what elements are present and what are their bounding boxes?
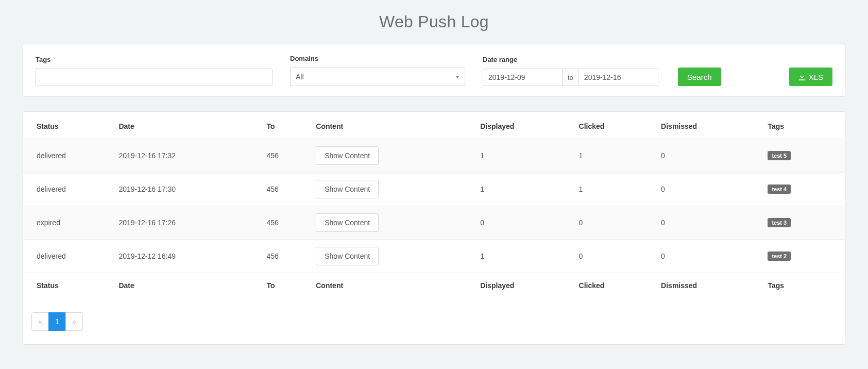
show-content-button[interactable]: Show Content [316,146,379,165]
tags-input[interactable] [36,69,273,86]
download-icon [798,73,806,80]
cell-content: Show Content [311,173,475,206]
table-row: delivered2019-12-16 17:32456Show Content… [23,139,845,173]
page-title: Web Push Log [23,12,845,31]
cell-clicked: 1 [574,173,656,206]
cell-clicked: 0 [574,206,656,240]
tf-date: Date [113,273,261,297]
cell-tags: test 3 [762,206,845,240]
cell-clicked: 1 [574,139,656,173]
table-row: delivered2019-12-12 16:49456Show Content… [23,240,845,273]
cell-to: 456 [262,173,311,206]
cell-content: Show Content [311,139,475,173]
cell-content: Show Content [311,206,475,240]
cell-to: 456 [262,206,311,240]
cell-date: 2019-12-16 17:30 [113,173,261,206]
filter-domains: Domains All [290,55,465,86]
th-date: Date [113,112,261,139]
th-clicked: Clicked [574,112,656,139]
tag-badge: test 2 [768,251,791,261]
page-1[interactable]: 1 [48,312,66,331]
search-button-label: Search [687,73,712,81]
tf-tags: Tags [762,273,845,297]
th-tags: Tags [762,112,845,139]
cell-clicked: 0 [574,240,656,273]
cell-dismissed: 0 [656,173,762,206]
log-table: Status Date To Content Displayed Clicked… [23,112,845,297]
tf-dismissed: Dismissed [656,273,762,297]
tf-content: Content [311,273,475,297]
tf-status: Status [23,273,113,297]
xls-button[interactable]: XLS [789,68,832,86]
tag-badge: test 4 [768,184,791,194]
cell-status: delivered [23,240,113,273]
cell-displayed: 1 [475,173,573,206]
tf-to: To [262,273,311,297]
cell-status: delivered [23,139,113,173]
cell-date: 2019-12-12 16:49 [113,240,261,273]
cell-date: 2019-12-16 17:32 [113,139,261,173]
filter-daterange: Date range to [483,56,660,86]
cell-to: 456 [262,240,311,273]
table-row: expired2019-12-16 17:26456Show Content00… [23,206,845,240]
th-status: Status [23,112,113,139]
cell-dismissed: 0 [656,139,762,173]
show-content-button[interactable]: Show Content [316,180,379,198]
cell-date: 2019-12-16 17:26 [113,206,261,240]
domains-label: Domains [290,55,465,62]
table-row: delivered2019-12-16 17:30456Show Content… [23,173,845,206]
cell-displayed: 1 [475,139,573,173]
tf-displayed: Displayed [475,273,573,297]
cell-displayed: 0 [475,206,573,240]
cell-tags: test 5 [762,139,845,173]
cell-dismissed: 0 [656,240,762,273]
show-content-button[interactable]: Show Content [316,247,379,265]
search-button[interactable]: Search [678,68,721,86]
cell-tags: test 4 [762,173,845,206]
cell-status: delivered [23,173,113,206]
cell-dismissed: 0 [656,206,762,240]
cell-status: expired [23,206,113,240]
tf-clicked: Clicked [574,273,656,297]
th-dismissed: Dismissed [656,112,762,139]
filter-panel: Tags Domains All Date range to Se [23,44,845,97]
date-from-input[interactable] [483,69,563,86]
page-prev[interactable]: « [31,312,49,331]
cell-tags: test 2 [762,240,845,273]
tags-label: Tags [36,56,273,63]
log-table-panel: Status Date To Content Displayed Clicked… [23,111,845,345]
domains-select[interactable]: All [290,68,465,86]
page-next[interactable]: » [65,312,83,331]
pagination: « 1 » [31,312,845,331]
tag-badge: test 3 [768,218,791,227]
filter-tags: Tags [36,56,273,86]
chevron-down-icon [455,76,459,78]
daterange-to-label: to [563,69,578,86]
cell-content: Show Content [311,240,475,273]
th-displayed: Displayed [475,112,573,139]
xls-button-label: XLS [809,73,823,81]
th-to: To [262,112,311,139]
show-content-button[interactable]: Show Content [316,213,379,232]
domains-selected-value: All [296,73,304,81]
tag-badge: test 5 [768,151,791,160]
date-to-input[interactable] [578,69,658,86]
cell-to: 456 [262,139,311,173]
cell-displayed: 1 [475,240,573,273]
th-content: Content [311,112,475,139]
daterange-label: Date range [483,56,660,63]
